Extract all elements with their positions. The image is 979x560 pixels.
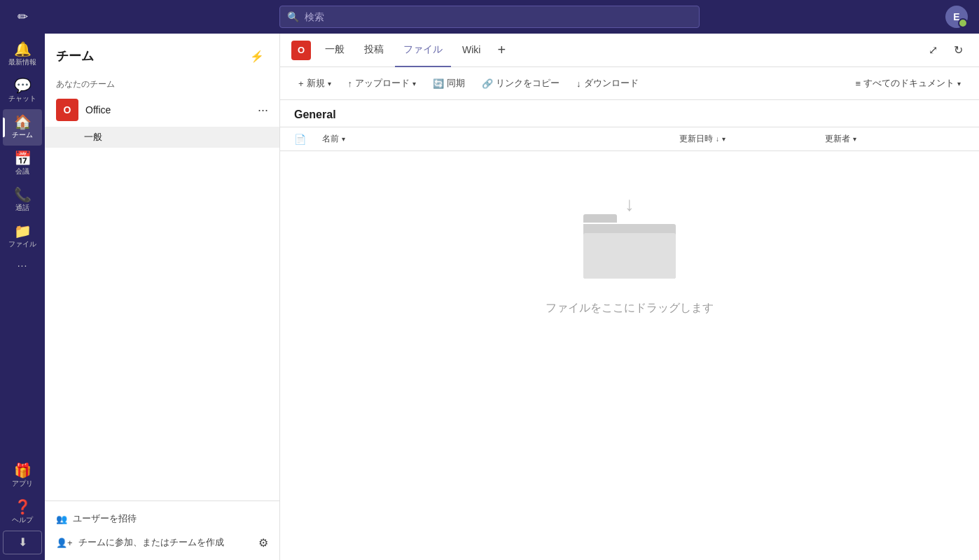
teams-label: チーム — [12, 130, 33, 140]
top-bar: ✏ 🔍 E — [0, 0, 979, 34]
apps-label: アプリ — [12, 479, 33, 489]
join-team-row: 👤+ チームに参加、またはチームを作成 ⚙ — [56, 533, 268, 552]
invite-users-button[interactable]: 👥 ユーザーを招待 — [56, 510, 137, 528]
sync-button[interactable]: 🔄 同期 — [426, 73, 472, 94]
files-area: General 📄 名前 ▾ 更新日時 ↓ ▾ 更新者 ▾ — [280, 100, 979, 560]
tab-files[interactable]: ファイル — [395, 34, 451, 67]
upload-label: アップロード — [355, 77, 410, 90]
meetings-icon: 📅 — [14, 151, 32, 165]
team-more-button[interactable]: ··· — [258, 103, 268, 118]
sidebar-item-meetings[interactable]: 📅 会議 — [3, 146, 42, 182]
team-item-office[interactable]: O Office ··· — [45, 93, 279, 127]
sidebar-item-more[interactable]: ··· — [3, 255, 42, 276]
all-docs-button[interactable]: ≡ すべてのドキュメント ▾ — [848, 73, 968, 94]
tab-bar: O 一般 投稿 ファイル Wiki + ⤢ ↻ — [280, 34, 979, 67]
sync-icon: 🔄 — [433, 78, 444, 89]
sidebar-item-activity[interactable]: 🔔 最新情報 — [3, 36, 42, 73]
file-type-icon: 📄 — [294, 134, 306, 145]
download-nav-icon: ⬇ — [18, 537, 27, 548]
folder-front — [583, 233, 676, 279]
sidebar-item-teams[interactable]: 🏠 チーム — [3, 109, 42, 146]
upload-chevron-icon: ▾ — [412, 80, 416, 88]
settings-icon[interactable]: ⚙ — [258, 536, 268, 550]
chat-icon: 💬 — [14, 78, 32, 92]
sidebar-item-files[interactable]: 📁 ファイル — [3, 218, 42, 255]
filter-button[interactable]: ⚡ — [246, 45, 268, 67]
new-chevron-icon: ▾ — [328, 80, 331, 88]
files-nav-label: ファイル — [8, 239, 36, 249]
col-updated-header[interactable]: 更新者 ▾ — [825, 133, 965, 145]
tab-general[interactable]: 一般 — [317, 34, 353, 67]
activity-icon: 🔔 — [14, 42, 32, 56]
team-avatar-office: O — [56, 99, 78, 121]
add-tab-button[interactable]: + — [492, 42, 511, 58]
left-nav: 🔔 最新情報 💬 チャット 🏠 チーム 📅 会議 📞 通話 📁 ファイル ··· — [0, 34, 45, 560]
folder-illustration: ↓ — [574, 193, 686, 284]
search-input[interactable] — [305, 11, 692, 22]
copy-link-button[interactable]: 🔗 リンクをコピー — [475, 73, 567, 94]
toolbar: + 新規 ▾ ↑ アップロード ▾ 🔄 同期 🔗 リンクをコピー ↓ ダウンロー… — [280, 67, 979, 100]
sidebar-item-apps[interactable]: 🎁 アプリ — [3, 458, 42, 494]
top-bar-left: ✏ — [11, 6, 34, 28]
content-area: O 一般 投稿 ファイル Wiki + ⤢ ↻ + 新規 — [280, 34, 979, 560]
updated-sort-icon: ▾ — [853, 135, 856, 143]
invite-icon: 👥 — [56, 514, 67, 524]
col-name-header[interactable]: 名前 ▾ — [322, 133, 674, 145]
empty-state: ↓ ファイルをここにドラッグします — [280, 151, 979, 358]
sidebar-header: チーム ⚡ — [45, 34, 279, 73]
apps-icon: 🎁 — [14, 463, 32, 477]
download-label: ダウンロード — [584, 77, 639, 90]
sidebar-item-chat[interactable]: 💬 チャット — [3, 73, 42, 109]
files-breadcrumb: General — [280, 100, 979, 127]
docs-chevron-icon: ▾ — [957, 80, 961, 88]
docs-icon: ≡ — [855, 78, 861, 89]
team-name-office: Office — [85, 104, 251, 115]
folder-tab — [583, 214, 617, 223]
tab-actions: ⤢ ↻ — [923, 41, 968, 60]
join-team-button[interactable]: 👤+ チームに参加、またはチームを作成 — [56, 533, 224, 552]
download-icon: ↓ — [576, 78, 581, 89]
empty-state-text: ファイルをここにドラッグします — [546, 301, 714, 316]
help-icon: ❓ — [14, 500, 32, 514]
updated-column-label: 更新者 — [825, 133, 850, 145]
upload-button[interactable]: ↑ アップロード ▾ — [341, 73, 424, 94]
join-icon: 👤+ — [56, 538, 73, 548]
name-column-label: 名前 — [322, 133, 339, 145]
link-icon: 🔗 — [482, 78, 493, 89]
download-button[interactable]: ↓ ダウンロード — [569, 73, 646, 94]
date-sort-down-icon: ↓ — [716, 135, 719, 143]
calls-label: 通話 — [15, 203, 29, 213]
sync-label: 同期 — [447, 77, 465, 90]
chat-label: チャット — [8, 94, 36, 104]
search-container: 🔍 — [279, 6, 700, 28]
col-icon-header: 📄 — [294, 134, 317, 145]
refresh-button[interactable]: ↻ — [948, 41, 968, 60]
compose-button[interactable]: ✏ — [11, 6, 34, 28]
name-sort-icon: ▾ — [342, 135, 345, 143]
files-table-header: 📄 名前 ▾ 更新日時 ↓ ▾ 更新者 ▾ — [280, 127, 979, 151]
new-button[interactable]: + 新規 ▾ — [291, 73, 338, 94]
sidebar: チーム ⚡ あなたのチーム O Office ··· 一般 👥 ユーザーを招待 … — [45, 34, 280, 560]
search-box[interactable]: 🔍 — [279, 6, 700, 28]
date-column-label: 更新日時 — [679, 133, 713, 145]
join-label: チームに参加、またはチームを作成 — [78, 536, 224, 549]
avatar[interactable]: E — [945, 6, 968, 28]
teams-icon: 🏠 — [14, 115, 32, 129]
channel-badge: O — [291, 41, 311, 60]
meetings-label: 会議 — [15, 167, 29, 176]
col-date-header[interactable]: 更新日時 ↓ ▾ — [679, 133, 819, 145]
tab-posts[interactable]: 投稿 — [356, 34, 392, 67]
upload-icon: ↑ — [348, 78, 353, 89]
expand-button[interactable]: ⤢ — [923, 41, 943, 60]
new-icon: + — [298, 78, 304, 89]
tab-wiki[interactable]: Wiki — [454, 34, 489, 67]
sidebar-section-label: あなたのチーム — [45, 73, 279, 93]
top-bar-right: E — [945, 6, 968, 28]
channel-item-general[interactable]: 一般 — [45, 127, 279, 148]
sidebar-item-download[interactable]: ⬇ — [3, 531, 42, 554]
main-area: 🔔 最新情報 💬 チャット 🏠 チーム 📅 会議 📞 通話 📁 ファイル ··· — [0, 34, 979, 560]
sidebar-item-calls[interactable]: 📞 通話 — [3, 182, 42, 218]
sidebar-item-help[interactable]: ❓ ヘルプ — [3, 494, 42, 531]
date-sort-icon: ▾ — [722, 135, 725, 143]
calls-icon: 📞 — [14, 188, 32, 202]
